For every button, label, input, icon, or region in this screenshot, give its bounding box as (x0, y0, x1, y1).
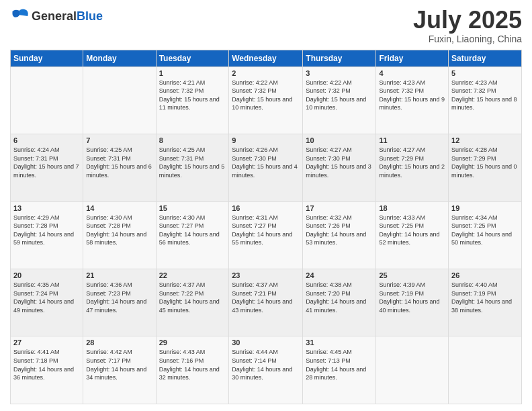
day-info: Sunrise: 4:40 AMSunset: 7:19 PMDaylight:… (451, 281, 519, 314)
day-number: 30 (232, 338, 300, 347)
day-info: Sunrise: 4:38 AMSunset: 7:20 PMDaylight:… (306, 281, 373, 314)
day-cell: 25Sunrise: 4:39 AMSunset: 7:19 PMDayligh… (376, 269, 449, 336)
day-cell: 31Sunrise: 4:45 AMSunset: 7:13 PMDayligh… (303, 336, 376, 404)
week-row-1: 1Sunrise: 4:21 AMSunset: 7:32 PMDaylight… (11, 66, 522, 134)
day-info: Sunrise: 4:36 AMSunset: 7:23 PMDaylight:… (86, 281, 152, 314)
svg-rect-0 (10, 7, 29, 26)
day-info: Sunrise: 4:25 AMSunset: 7:31 PMDaylight:… (86, 146, 152, 179)
day-number: 10 (306, 136, 373, 144)
day-number: 22 (159, 271, 226, 279)
day-cell: 3Sunrise: 4:22 AMSunset: 7:32 PMDaylight… (303, 66, 376, 134)
header-day-thursday: Thursday (303, 50, 376, 66)
day-info: Sunrise: 4:27 AMSunset: 7:29 PMDaylight:… (379, 146, 445, 179)
day-info: Sunrise: 4:44 AMSunset: 7:14 PMDaylight:… (232, 348, 300, 381)
day-cell: 26Sunrise: 4:40 AMSunset: 7:19 PMDayligh… (449, 269, 522, 336)
day-number: 25 (379, 271, 445, 279)
day-info: Sunrise: 4:21 AMSunset: 7:32 PMDaylight:… (159, 79, 226, 112)
day-info: Sunrise: 4:23 AMSunset: 7:32 PMDaylight:… (451, 79, 519, 112)
day-cell (449, 336, 522, 404)
day-number: 19 (451, 204, 519, 212)
day-number: 1 (159, 69, 226, 77)
header-row: SundayMondayTuesdayWednesdayThursdayFrid… (11, 50, 522, 66)
day-info: Sunrise: 4:29 AMSunset: 7:28 PMDaylight:… (13, 214, 80, 247)
header: GeneralBlue July 2025 Fuxin, Liaoning, C… (10, 7, 522, 44)
day-number: 3 (306, 69, 373, 77)
header-day-saturday: Saturday (449, 50, 522, 66)
day-info: Sunrise: 4:27 AMSunset: 7:30 PMDaylight:… (306, 146, 373, 179)
day-cell: 24Sunrise: 4:38 AMSunset: 7:20 PMDayligh… (303, 269, 376, 336)
day-number: 28 (86, 338, 152, 347)
day-number: 23 (232, 271, 300, 279)
day-number: 14 (86, 204, 152, 212)
day-cell: 29Sunrise: 4:43 AMSunset: 7:16 PMDayligh… (156, 336, 229, 404)
day-cell: 17Sunrise: 4:32 AMSunset: 7:26 PMDayligh… (303, 201, 376, 269)
day-number: 27 (13, 338, 80, 347)
week-row-2: 6Sunrise: 4:24 AMSunset: 7:31 PMDaylight… (11, 134, 522, 201)
day-info: Sunrise: 4:22 AMSunset: 7:32 PMDaylight:… (232, 79, 300, 112)
day-cell: 21Sunrise: 4:36 AMSunset: 7:23 PMDayligh… (83, 269, 156, 336)
day-number: 2 (232, 69, 300, 77)
day-cell (11, 66, 83, 134)
day-cell: 30Sunrise: 4:44 AMSunset: 7:14 PMDayligh… (229, 336, 303, 404)
calendar-page: GeneralBlue July 2025 Fuxin, Liaoning, C… (0, 0, 532, 411)
day-cell: 20Sunrise: 4:35 AMSunset: 7:24 PMDayligh… (11, 269, 83, 336)
day-info: Sunrise: 4:33 AMSunset: 7:25 PMDaylight:… (379, 214, 445, 247)
day-cell: 4Sunrise: 4:23 AMSunset: 7:32 PMDaylight… (376, 66, 449, 134)
day-info: Sunrise: 4:30 AMSunset: 7:27 PMDaylight:… (159, 214, 226, 247)
day-cell: 8Sunrise: 4:25 AMSunset: 7:31 PMDaylight… (156, 134, 229, 201)
day-info: Sunrise: 4:28 AMSunset: 7:29 PMDaylight:… (451, 146, 519, 179)
day-info: Sunrise: 4:22 AMSunset: 7:32 PMDaylight:… (306, 79, 373, 112)
day-info: Sunrise: 4:34 AMSunset: 7:25 PMDaylight:… (451, 214, 519, 247)
day-info: Sunrise: 4:32 AMSunset: 7:26 PMDaylight:… (306, 214, 373, 247)
calendar-body: 1Sunrise: 4:21 AMSunset: 7:32 PMDaylight… (11, 66, 522, 404)
day-cell: 9Sunrise: 4:26 AMSunset: 7:30 PMDaylight… (229, 134, 303, 201)
day-cell: 15Sunrise: 4:30 AMSunset: 7:27 PMDayligh… (156, 201, 229, 269)
day-cell: 23Sunrise: 4:37 AMSunset: 7:21 PMDayligh… (229, 269, 303, 336)
calendar-header: SundayMondayTuesdayWednesdayThursdayFrid… (11, 50, 522, 66)
day-number: 24 (306, 271, 373, 279)
day-number: 21 (86, 271, 152, 279)
header-day-monday: Monday (83, 50, 156, 66)
day-cell: 7Sunrise: 4:25 AMSunset: 7:31 PMDaylight… (83, 134, 156, 201)
day-cell (376, 336, 449, 404)
day-number: 4 (379, 69, 445, 77)
day-info: Sunrise: 4:25 AMSunset: 7:31 PMDaylight:… (159, 146, 226, 179)
day-number: 11 (379, 136, 445, 144)
day-cell: 6Sunrise: 4:24 AMSunset: 7:31 PMDaylight… (11, 134, 83, 201)
day-info: Sunrise: 4:23 AMSunset: 7:32 PMDaylight:… (379, 79, 445, 112)
day-info: Sunrise: 4:45 AMSunset: 7:13 PMDaylight:… (306, 348, 373, 381)
day-cell: 22Sunrise: 4:37 AMSunset: 7:22 PMDayligh… (156, 269, 229, 336)
header-day-tuesday: Tuesday (156, 50, 229, 66)
logo-blue: Blue (77, 9, 103, 23)
day-info: Sunrise: 4:39 AMSunset: 7:19 PMDaylight:… (379, 281, 445, 314)
logo-icon (10, 7, 29, 26)
day-number: 29 (159, 338, 226, 347)
day-cell: 28Sunrise: 4:42 AMSunset: 7:17 PMDayligh… (83, 336, 156, 404)
day-cell: 19Sunrise: 4:34 AMSunset: 7:25 PMDayligh… (449, 201, 522, 269)
day-number: 18 (379, 204, 445, 212)
day-cell: 18Sunrise: 4:33 AMSunset: 7:25 PMDayligh… (376, 201, 449, 269)
day-info: Sunrise: 4:43 AMSunset: 7:16 PMDaylight:… (159, 348, 226, 381)
day-info: Sunrise: 4:24 AMSunset: 7:31 PMDaylight:… (13, 146, 80, 179)
title-block: July 2025 Fuxin, Liaoning, China (413, 7, 522, 44)
day-number: 16 (232, 204, 300, 212)
day-number: 15 (159, 204, 226, 212)
day-cell: 5Sunrise: 4:23 AMSunset: 7:32 PMDaylight… (449, 66, 522, 134)
day-number: 6 (13, 136, 80, 144)
week-row-4: 20Sunrise: 4:35 AMSunset: 7:24 PMDayligh… (11, 269, 522, 336)
header-day-friday: Friday (376, 50, 449, 66)
calendar-table: SundayMondayTuesdayWednesdayThursdayFrid… (10, 50, 522, 404)
logo: GeneralBlue (10, 7, 103, 26)
day-cell: 1Sunrise: 4:21 AMSunset: 7:32 PMDaylight… (156, 66, 229, 134)
day-number: 13 (13, 204, 80, 212)
day-number: 5 (451, 69, 519, 77)
day-number: 8 (159, 136, 226, 144)
calendar-location: Fuxin, Liaoning, China (413, 34, 522, 44)
day-number: 26 (451, 271, 519, 279)
day-cell: 10Sunrise: 4:27 AMSunset: 7:30 PMDayligh… (303, 134, 376, 201)
day-cell: 14Sunrise: 4:30 AMSunset: 7:28 PMDayligh… (83, 201, 156, 269)
day-number: 12 (451, 136, 519, 144)
day-cell: 12Sunrise: 4:28 AMSunset: 7:29 PMDayligh… (449, 134, 522, 201)
week-row-3: 13Sunrise: 4:29 AMSunset: 7:28 PMDayligh… (11, 201, 522, 269)
day-number: 20 (13, 271, 80, 279)
